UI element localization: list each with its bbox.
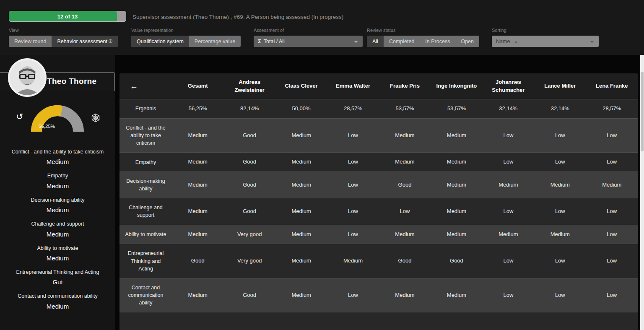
competency-item-ability-to-motivate[interactable]: Ability to motivateMedium xyxy=(5,244,110,262)
value-representation-button-label: Qualification system xyxy=(137,39,184,44)
column-header-andreas-zweisteiner[interactable]: Andreas Zweisteiner xyxy=(223,73,275,99)
row-label: Decision-making ability xyxy=(119,172,172,198)
table-cell: Low xyxy=(586,225,638,244)
table-row-entrepreneurial-thinking-and-acting: Entrepreneurial Thinking and ActingGoodV… xyxy=(119,244,638,278)
column-header-claas-clever[interactable]: Claas Clever xyxy=(275,73,327,99)
review-status-button-completed[interactable]: Completed xyxy=(384,36,420,47)
competency-item-entrepreneurial-thinking-and-acting[interactable]: Entrepreneurial Thinking and ActingGut xyxy=(5,268,110,286)
review-status-button-label: All xyxy=(372,39,378,44)
table-cell: Medium xyxy=(275,153,327,171)
filter-group-view: View Review roundBehavior assessmentⓘ xyxy=(9,28,118,47)
sorting-value: Name xyxy=(496,39,510,44)
competency-item-contact-and-communication-ability[interactable]: Contact and communication abilityMedium xyxy=(5,292,110,309)
table-cell: Low xyxy=(327,278,379,312)
topbar: 12 of 13 Supervisor assessment (Theo Tho… xyxy=(0,0,644,55)
sort-ascending-icon: ▲ xyxy=(514,39,518,44)
sigma-icon: Σ xyxy=(258,38,261,44)
assessment-of-value: Total / All xyxy=(264,39,285,44)
table-cell: Low xyxy=(483,119,534,152)
column-header-emma-walter[interactable]: Emma Walter xyxy=(327,73,379,99)
review-status-button-open[interactable]: Open xyxy=(455,36,479,47)
column-header-lena-franke[interactable]: Lena Franke xyxy=(586,73,638,99)
table-cell: Medium xyxy=(172,119,223,152)
table-cell: Low xyxy=(327,172,379,198)
table-cell: Low xyxy=(379,198,431,224)
table-cell: 50,00% xyxy=(275,99,327,118)
value-representation-button-qualification-system[interactable]: Qualification system xyxy=(131,36,189,47)
table-cell: Low xyxy=(534,153,586,171)
table-cell: Medium xyxy=(379,119,431,152)
table-cell: Medium xyxy=(172,172,223,198)
row-label: Ability to motivate xyxy=(119,225,172,244)
vertical-scrollbar[interactable] xyxy=(640,55,644,330)
filter-label-assessment-of: Assessment of xyxy=(254,28,363,33)
value-representation-button-percentage-value[interactable]: Percentage value xyxy=(189,36,241,47)
review-status-button-label: Open xyxy=(461,39,474,44)
table-body: Ergebnis56,25%82,14%50,00%28,57%53,57%53… xyxy=(119,99,638,330)
table-cell: 28,57% xyxy=(586,99,638,118)
table-cell: 32,14% xyxy=(534,99,586,118)
table-cell: Low xyxy=(483,198,534,224)
competency-item-conflict-and-the-ability-to-take-criticism[interactable]: Conflict - and the ability to take criti… xyxy=(5,148,110,165)
competency-item-empathy[interactable]: EmpathyMedium xyxy=(5,172,110,189)
filter-group-value-representation: Value representation Qualification syste… xyxy=(131,28,241,47)
table-cell: Medium xyxy=(172,225,223,244)
back-arrow-icon[interactable]: ← xyxy=(130,82,138,90)
table-row-empathy: EmpathyMediumGoodMediumLowMediumMediumLo… xyxy=(119,153,638,172)
progress-bar: 12 of 13 xyxy=(9,11,126,22)
view-button-label: Behavior assessment xyxy=(57,39,107,44)
app-root: 12 of 13 Supervisor assessment (Theo Tho… xyxy=(0,0,644,330)
filter-group-assessment-of: Assessment of Σ Total / All xyxy=(254,28,363,47)
table-cell: Low xyxy=(327,119,379,152)
table-cell: Low xyxy=(586,244,638,278)
row-label: Challenge and support xyxy=(119,198,172,224)
person-name: Theo Thorne xyxy=(47,77,96,86)
competency-label: Challenge and support xyxy=(5,220,110,228)
table-cell: Medium xyxy=(172,278,223,312)
reset-icon[interactable]: ↺ xyxy=(16,112,23,121)
table-cell: Good xyxy=(379,172,431,198)
table-cell: 28,57% xyxy=(327,99,379,118)
scrollbar-thumb[interactable] xyxy=(641,72,644,151)
review-status-segmented-control: AllCompletedIn ProcessOpen xyxy=(367,36,479,47)
table-cell: Medium xyxy=(275,278,327,312)
table-cell: Good xyxy=(223,153,275,171)
sorting-select[interactable]: Name ▲ xyxy=(492,36,599,47)
filter-group-review-status: Review status AllCompletedIn ProcessOpen xyxy=(367,28,479,47)
value-representation-button-label: Percentage value xyxy=(195,39,235,44)
filter-label-review-status: Review status xyxy=(367,28,479,33)
column-header-johannes-schumacher[interactable]: Johannes Schumacher xyxy=(483,73,534,99)
table-cell: 53,57% xyxy=(431,99,482,118)
assessment-of-select[interactable]: Σ Total / All xyxy=(254,36,363,47)
row-label: Conflict - and the ability to take criti… xyxy=(119,119,172,152)
competency-item-decision-making-ability[interactable]: Decision-making abilityMedium xyxy=(5,196,110,213)
table-row-challenge-and-support: Challenge and supportMediumGoodMediumLow… xyxy=(119,198,638,225)
table-cell: Good xyxy=(172,244,223,278)
radar-chart-icon[interactable] xyxy=(91,113,101,123)
page-title: Supervisor assessment (Theo Thorne) , #6… xyxy=(132,14,343,20)
table-cell: Medium xyxy=(431,278,482,312)
table-cell: Low xyxy=(483,153,534,171)
info-icon: ⓘ xyxy=(109,39,112,44)
table-cell: Low xyxy=(534,278,586,312)
review-status-button-all[interactable]: All xyxy=(367,36,384,47)
review-status-button-label: Completed xyxy=(389,39,414,44)
competency-item-challenge-and-support[interactable]: Challenge and supportMedium xyxy=(5,220,110,237)
table-row-filler xyxy=(119,312,638,330)
filter-group-sorting: Sorting Name ▲ xyxy=(492,28,599,47)
view-button-review-round[interactable]: Review round xyxy=(9,36,52,47)
table-cell: Low xyxy=(586,119,638,152)
column-header-inge-inkongnito[interactable]: Inge Inkongnito xyxy=(431,73,482,99)
table-cell: Medium xyxy=(275,172,327,198)
table-cell: Medium xyxy=(275,119,327,152)
table-cell: 32,14% xyxy=(483,99,534,118)
row-label: Contact and communication ability xyxy=(119,278,172,312)
column-header-gesamt[interactable]: Gesamt xyxy=(172,73,223,99)
column-header-lance-miller[interactable]: Lance Miller xyxy=(534,73,586,99)
row-label: Entrepreneurial Thinking and Acting xyxy=(119,244,172,278)
table-cell: Good xyxy=(223,278,275,312)
view-button-behavior-assessment[interactable]: Behavior assessmentⓘ xyxy=(52,36,118,47)
table-cell: Low xyxy=(483,278,534,312)
review-status-button-in-process[interactable]: In Process xyxy=(420,36,455,47)
column-header-frauke-pris[interactable]: Frauke Pris xyxy=(379,73,431,99)
